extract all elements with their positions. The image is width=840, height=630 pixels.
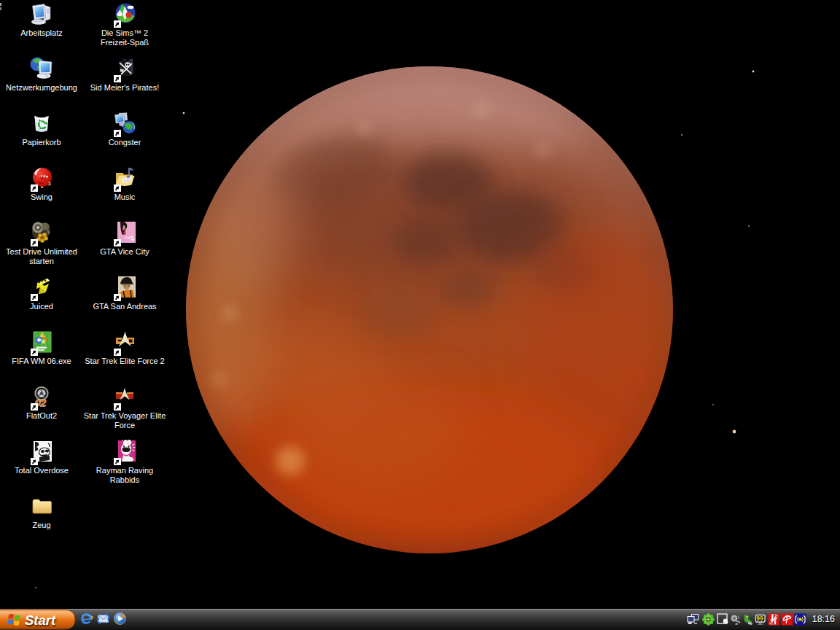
- svg-text:Start: Start: [25, 612, 56, 628]
- svg-text:99: 99: [756, 615, 763, 622]
